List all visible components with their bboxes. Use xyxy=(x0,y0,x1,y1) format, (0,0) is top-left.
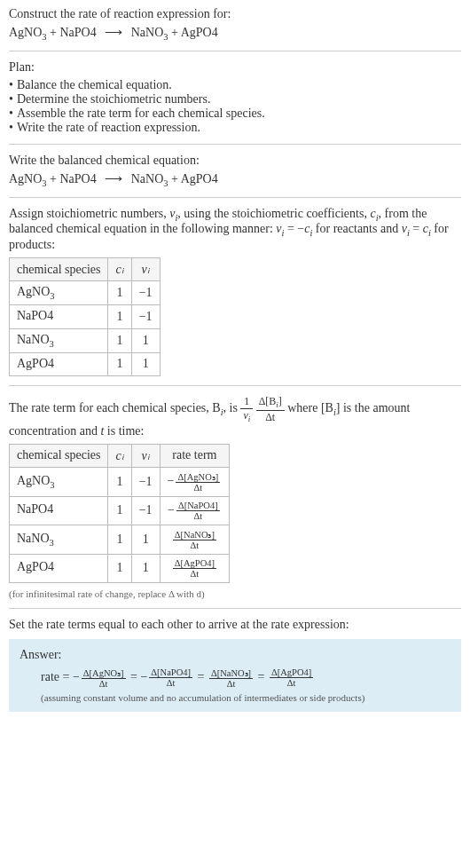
balanced-title: Write the balanced chemical equation: xyxy=(9,154,461,168)
assign-text: Assign stoichiometric numbers, xyxy=(9,207,169,220)
bullet-icon: • xyxy=(9,92,13,107)
c-cell: 1 xyxy=(108,467,131,496)
assign-section: Assign stoichiometric numbers, νi, using… xyxy=(9,207,461,377)
species-cell: NaNO3 xyxy=(10,328,108,352)
reactant-2: NaPO4 xyxy=(60,26,97,39)
equals: = xyxy=(62,670,69,683)
intro-section: Construct the rate of reaction expressio… xyxy=(9,7,461,42)
table-row: NaPO4 1 −1 −Δ[NaPO4]Δt xyxy=(10,496,230,525)
construct-prompt: Construct the rate of reaction expressio… xyxy=(9,7,461,21)
plan-text: Assemble the rate term for each chemical… xyxy=(17,107,265,121)
assign-text: , using the stoichiometric coefficients, xyxy=(177,207,370,220)
rate-cell: Δ[AgPO4]Δt xyxy=(160,554,230,582)
final-section: Set the rate terms equal to each other t… xyxy=(9,618,461,712)
divider xyxy=(9,144,461,145)
product-1: NaNO3 xyxy=(131,172,168,185)
reactant-1: AgNO3 xyxy=(9,26,47,39)
rate-table: chemical species cᵢ νᵢ rate term AgNO3 1… xyxy=(9,444,230,583)
c-cell: 1 xyxy=(108,352,131,376)
neg-sign: − xyxy=(140,670,147,683)
table-row: NaNO3 1 1 xyxy=(10,328,161,352)
plan-section: Plan: •Balance the chemical equation. •D… xyxy=(9,60,461,135)
plan-text: Balance the chemical equation. xyxy=(17,78,172,92)
arrow-icon: ⟶ xyxy=(105,172,122,185)
table-header-row: chemical species cᵢ νᵢ rate term xyxy=(10,444,230,467)
table-header: νᵢ xyxy=(131,444,160,467)
c-eq: ci xyxy=(304,222,312,235)
c-cell: 1 xyxy=(108,496,131,525)
arrow-icon: ⟶ xyxy=(105,26,122,39)
plan-title: Plan: xyxy=(9,60,461,75)
assign-text: for reactants and xyxy=(312,222,401,235)
divider xyxy=(9,197,461,198)
table-row: NaNO3 1 1 Δ[NaNO₃]Δt xyxy=(10,525,230,554)
divider xyxy=(9,51,461,51)
table-header: rate term xyxy=(160,444,230,467)
answer-note: (assuming constant volume and no accumul… xyxy=(41,692,450,703)
plan-text: Determine the stoichiometric numbers. xyxy=(17,92,211,107)
rate-fraction: Δ[NaPO4]Δt xyxy=(149,667,192,688)
table-note: (for infinitesimal rate of change, repla… xyxy=(9,588,461,599)
species-cell: NaPO4 xyxy=(10,496,108,525)
plan-text: Write the rate of reaction expression. xyxy=(17,121,200,135)
plan-item: •Balance the chemical equation. xyxy=(9,78,461,92)
bullet-icon: • xyxy=(9,121,13,135)
neg-sign: − xyxy=(73,670,80,683)
fraction: Δ[Bi]Δt xyxy=(256,395,285,423)
equals: = xyxy=(198,670,205,683)
c-cell: 1 xyxy=(108,281,131,305)
divider xyxy=(9,608,461,609)
nu-cell: 1 xyxy=(131,352,160,376)
plan-list: •Balance the chemical equation. •Determi… xyxy=(9,78,461,135)
table-row: NaPO4 1 −1 xyxy=(10,304,161,328)
bullet-icon: • xyxy=(9,107,13,121)
table-header: νᵢ xyxy=(131,258,160,281)
table-row: AgNO3 1 −1 −Δ[AgNO₃]Δt xyxy=(10,467,230,496)
nu-cell: −1 xyxy=(131,304,160,328)
rate-fraction: Δ[AgNO₃]Δt xyxy=(82,667,126,689)
product-1: NaNO3 xyxy=(131,26,168,39)
product-2: AgPO4 xyxy=(181,26,218,39)
answer-box: Answer: rate = −Δ[AgNO₃]Δt = −Δ[NaPO4]Δt… xyxy=(9,639,461,712)
answer-content: rate = −Δ[AgNO₃]Δt = −Δ[NaPO4]Δt = Δ[NaN… xyxy=(20,667,450,703)
table-header-row: chemical species cᵢ νᵢ xyxy=(10,258,161,281)
answer-label: Answer: xyxy=(20,648,450,662)
fraction: 1νi xyxy=(240,395,253,423)
table-header: chemical species xyxy=(10,258,108,281)
c-cell: 1 xyxy=(108,328,131,352)
plan-item: •Determine the stoichiometric numbers. xyxy=(9,92,461,107)
table-header: chemical species xyxy=(10,444,108,467)
nu-cell: −1 xyxy=(131,496,160,525)
bullet-icon: • xyxy=(9,78,13,92)
nu-symbol: νi xyxy=(169,207,177,220)
balanced-section: Write the balanced chemical equation: Ag… xyxy=(9,154,461,188)
assign-text: = xyxy=(410,222,423,235)
rateterm-text: , is xyxy=(223,402,241,415)
reactant-1: AgNO3 xyxy=(9,172,47,185)
c-eq2: ci xyxy=(423,222,431,235)
c-cell: 1 xyxy=(108,554,131,582)
rate-cell: −Δ[AgNO₃]Δt xyxy=(160,467,230,496)
rateterm-text: where [B xyxy=(287,402,333,415)
rate-cell: −Δ[NaPO4]Δt xyxy=(160,496,230,525)
plus-sign: + xyxy=(50,172,57,185)
nu-eq2: νi xyxy=(402,222,410,235)
rate-cell: Δ[NaNO₃]Δt xyxy=(160,525,230,554)
plus-sign: + xyxy=(171,172,178,185)
table-header: cᵢ xyxy=(108,444,131,467)
rateterm-text: is time: xyxy=(104,424,144,438)
equals: = xyxy=(258,670,265,683)
species-cell: NaNO3 xyxy=(10,525,108,554)
species-cell: AgPO4 xyxy=(10,554,108,582)
reaction-equation: AgNO3 + NaPO4 ⟶ NaNO3 + AgPO4 xyxy=(9,25,461,42)
table-row: AgPO4 1 1 xyxy=(10,352,161,376)
stoich-table: chemical species cᵢ νᵢ AgNO3 1 −1 NaPO4 … xyxy=(9,257,161,376)
plus-sign: + xyxy=(50,26,57,39)
rate-label: rate xyxy=(41,670,59,683)
table-row: AgNO3 1 −1 xyxy=(10,281,161,305)
table-header: cᵢ xyxy=(108,258,131,281)
rateterm-section: The rate term for each chemical species,… xyxy=(9,395,461,598)
rateterm-text: The rate term for each chemical species,… xyxy=(9,402,221,415)
table-row: AgPO4 1 1 Δ[AgPO4]Δt xyxy=(10,554,230,582)
species-cell: NaPO4 xyxy=(10,304,108,328)
